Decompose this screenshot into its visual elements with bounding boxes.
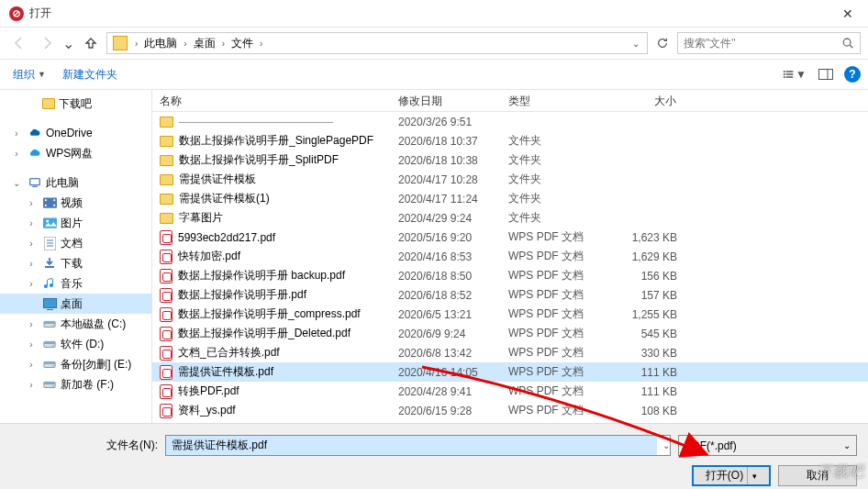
tree-twisty[interactable]: › xyxy=(24,218,39,228)
file-date: 2020/4/16 14:05 xyxy=(391,366,501,379)
file-row[interactable]: 资料_ys.pdf 2020/6/15 9:28 WPS PDF 文档 108 … xyxy=(152,401,868,420)
file-row[interactable]: 数据上报操作说明手册 backup.pdf 2020/6/18 8:50 WPS… xyxy=(152,266,868,285)
sidebar-item[interactable]: ›音乐 xyxy=(0,273,151,294)
file-row[interactable]: 数据上报操作说明手册_SinglePagePDF 2020/6/18 10:37… xyxy=(152,131,868,150)
file-row[interactable]: —————————————— 2020/3/26 9:51 xyxy=(152,112,868,131)
svg-rect-18 xyxy=(53,205,55,206)
breadcrumb-desktop[interactable]: 桌面 xyxy=(191,35,218,52)
sidebar-item[interactable]: ⌄此电脑 xyxy=(0,172,151,193)
filename-input[interactable] xyxy=(166,436,657,455)
sidebar-item-label: 下载 xyxy=(61,256,83,272)
tree-twisty[interactable]: › xyxy=(24,319,39,329)
tree-twisty[interactable]: › xyxy=(9,149,24,159)
tree-twisty[interactable]: › xyxy=(24,339,39,350)
chevron-right-icon[interactable]: › xyxy=(131,39,141,49)
tree-twisty[interactable]: › xyxy=(9,128,24,139)
svg-rect-10 xyxy=(819,70,833,80)
file-row[interactable]: 需提供证件模板(1) 2020/4/17 11:24 文件夹 xyxy=(152,189,868,208)
refresh-button[interactable] xyxy=(651,32,673,54)
sidebar-item[interactable]: ›图片 xyxy=(0,213,151,233)
cancel-button[interactable]: 取消 xyxy=(778,465,857,486)
chevron-right-icon[interactable]: › xyxy=(256,39,266,49)
breadcrumb-folder[interactable]: 文件 xyxy=(228,35,256,52)
sidebar-item[interactable]: ›下载 xyxy=(0,253,151,273)
tree-twisty[interactable]: › xyxy=(24,360,39,370)
sidebar-item[interactable]: ›WPS网盘 xyxy=(0,143,151,163)
svg-rect-31 xyxy=(44,341,55,344)
sidebar[interactable]: 下载吧›OneDrive›WPS网盘⌄此电脑›视频›图片›文档›下载›音乐桌面›… xyxy=(0,90,152,423)
file-row[interactable]: 需提供证件模板 2020/4/17 10:28 文件夹 xyxy=(152,170,868,189)
file-size: 157 KB xyxy=(593,289,684,302)
open-split-dropdown[interactable]: ▾ xyxy=(747,467,757,484)
file-row[interactable]: 快转加密.pdf 2020/4/16 8:53 WPS PDF 文档 1,629… xyxy=(152,247,868,266)
svg-rect-25 xyxy=(43,298,56,307)
open-button[interactable]: 打开(O)▾ xyxy=(692,465,771,486)
sidebar-item[interactable]: 下载吧 xyxy=(0,94,151,114)
col-date[interactable]: 修改日期 xyxy=(391,90,501,111)
close-button[interactable]: ✕ xyxy=(829,0,866,28)
svg-rect-14 xyxy=(43,197,57,207)
file-list[interactable]: —————————————— 2020/3/26 9:51 数据上报操作说明手册… xyxy=(152,112,868,423)
sidebar-item[interactable]: 桌面 xyxy=(0,294,151,314)
file-row[interactable]: 转换PDF.pdf 2020/4/28 9:41 WPS PDF 文档 111 … xyxy=(152,382,868,401)
sidebar-item-label: 软件 (D:) xyxy=(61,337,104,352)
folder-icon xyxy=(160,117,173,128)
file-type: WPS PDF 文档 xyxy=(501,364,593,380)
organize-menu[interactable]: 组织▼ xyxy=(7,63,51,86)
nav-up-button[interactable] xyxy=(79,31,103,55)
file-row[interactable]: 文档_已合并转换.pdf 2020/6/8 13:42 WPS PDF 文档 3… xyxy=(152,343,868,362)
sidebar-item-label: 本地磁盘 (C:) xyxy=(61,317,126,332)
address-dropdown[interactable]: ⌄ xyxy=(627,39,645,49)
tree-twisty[interactable]: › xyxy=(24,198,39,208)
file-row[interactable]: 数据上报操作说明手册_Deleted.pdf 2020/6/9 9:24 WPS… xyxy=(152,324,868,343)
col-name[interactable]: 名称 xyxy=(152,90,391,111)
tree-twisty[interactable]: › xyxy=(24,380,39,390)
file-type: 文件夹 xyxy=(501,210,593,226)
filetype-filter[interactable]: PDF(*.pdf) ⌄ xyxy=(678,435,857,456)
file-size: 156 KB xyxy=(593,270,684,283)
file-type: WPS PDF 文档 xyxy=(501,229,593,245)
search-icon[interactable] xyxy=(841,37,854,50)
sidebar-item[interactable]: ›备份[勿删] (E:) xyxy=(0,354,151,374)
help-button[interactable]: ? xyxy=(844,66,861,83)
file-date: 2020/4/28 9:41 xyxy=(391,385,501,398)
file-name: 数据上报操作说明手册_SinglePagePDF xyxy=(179,133,373,149)
search-input[interactable] xyxy=(684,37,836,50)
filename-dropdown[interactable]: ⌄ xyxy=(657,440,670,450)
svg-rect-9 xyxy=(786,76,794,78)
breadcrumb-pc[interactable]: 此电脑 xyxy=(141,35,180,52)
search-box[interactable] xyxy=(677,32,861,54)
sidebar-item[interactable]: ›软件 (D:) xyxy=(0,334,151,354)
file-row[interactable]: 5993ecb2dd217.pdf 2020/5/16 9:20 WPS PDF… xyxy=(152,228,868,247)
sidebar-item[interactable]: ›本地磁盘 (C:) xyxy=(0,314,151,334)
file-row[interactable]: 数据上报操作说明手册_compress.pdf 2020/6/5 13:21 W… xyxy=(152,305,868,324)
tree-twisty[interactable]: › xyxy=(24,239,39,249)
chevron-right-icon[interactable]: › xyxy=(218,39,228,49)
file-name: 需提供证件模板.pdf xyxy=(178,364,273,380)
file-row[interactable]: 需提供证件模板.pdf 2020/4/16 14:05 WPS PDF 文档 1… xyxy=(152,362,868,382)
sidebar-item[interactable]: ›文档 xyxy=(0,233,151,253)
chevron-right-icon[interactable]: › xyxy=(180,39,190,49)
col-type[interactable]: 类型 xyxy=(501,90,593,111)
sidebar-item[interactable]: ›视频 xyxy=(0,193,151,213)
sidebar-item[interactable]: ›新加卷 (F:) xyxy=(0,374,151,395)
nav-history-dropdown[interactable]: ⌄ xyxy=(62,35,75,52)
view-details-button[interactable]: ▼ xyxy=(782,64,807,84)
sidebar-item-label: 下载吧 xyxy=(59,96,92,112)
preview-pane-button[interactable] xyxy=(813,64,839,84)
sidebar-item[interactable]: ›OneDrive xyxy=(0,123,151,143)
file-row[interactable]: 数据上报操作说明手册.pdf 2020/6/18 8:52 WPS PDF 文档… xyxy=(152,285,868,305)
tree-twisty[interactable]: › xyxy=(24,279,39,289)
file-row[interactable]: 数据上报操作说明手册_SplitPDF 2020/6/18 10:38 文件夹 xyxy=(152,150,868,170)
file-name: 数据上报操作说明手册 backup.pdf xyxy=(178,268,345,283)
svg-rect-34 xyxy=(44,361,55,364)
new-folder-button[interactable]: 新建文件夹 xyxy=(57,63,123,86)
file-type: WPS PDF 文档 xyxy=(501,287,593,303)
file-row[interactable]: 字幕图片 2020/4/29 9:24 文件夹 xyxy=(152,208,868,228)
col-size[interactable]: 大小 xyxy=(593,90,684,111)
tree-twisty[interactable]: › xyxy=(24,259,39,269)
file-date: 2020/6/18 8:52 xyxy=(391,289,501,302)
tree-twisty[interactable]: ⌄ xyxy=(9,178,24,188)
filename-combo[interactable]: ⌄ xyxy=(165,435,671,456)
address-bar[interactable]: › 此电脑 › 桌面 › 文件 › ⌄ xyxy=(106,32,648,54)
